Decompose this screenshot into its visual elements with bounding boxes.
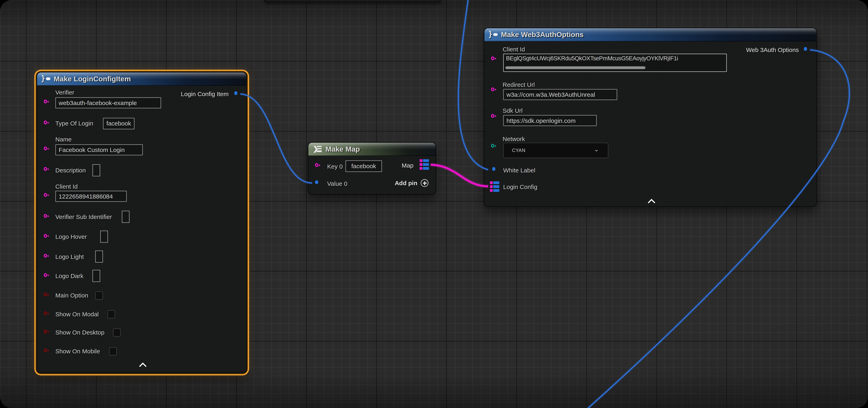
- node-title: Make Map: [326, 145, 360, 153]
- logo-dark-field[interactable]: [92, 270, 100, 282]
- pin-label-client-id: Client Id: [503, 46, 525, 53]
- pin-main-option[interactable]: [44, 293, 47, 296]
- verifier-field[interactable]: web3auth-facebook-example: [55, 97, 161, 108]
- description-field[interactable]: [92, 164, 100, 176]
- circle-plus-icon: [421, 179, 428, 187]
- pin-login-config[interactable]: [490, 181, 500, 192]
- client-id-field[interactable]: BEglQSgt4cUWcj6SKRdu5QkOXTsePmMcusG5EAoy…: [503, 54, 727, 72]
- pin-client-id[interactable]: [44, 193, 47, 197]
- pin-label-show-on-desktop: Show On Desktop: [55, 329, 104, 336]
- node-make-map[interactable]: ❯ Make Map Key 0 facebook Map Value 0 Ad…: [308, 142, 436, 195]
- client-id-scrollbar-thumb[interactable]: [505, 66, 645, 69]
- pin-label-redirect-url: Redirect Url: [503, 81, 535, 88]
- pin-type-of-login[interactable]: [44, 121, 47, 125]
- pin-label-show-on-modal: Show On Modal: [55, 311, 99, 317]
- show-on-mobile-checkbox[interactable]: [109, 347, 117, 355]
- pin-label-sdk-url: Sdk Url: [503, 107, 523, 114]
- pin-sdk-url[interactable]: [491, 114, 494, 118]
- network-dropdown-value: CYAN: [512, 147, 525, 153]
- pin-label-logo-light: Logo Light: [55, 253, 84, 260]
- pin-logo-light[interactable]: [44, 254, 47, 258]
- pin-login-config-item-out[interactable]: [234, 91, 238, 95]
- collapse-node-button[interactable]: [138, 362, 147, 367]
- pin-label-verifier: Verifier: [55, 89, 74, 96]
- node-header-make-map[interactable]: ❯ Make Map: [308, 143, 436, 156]
- logo-light-field[interactable]: [95, 250, 103, 263]
- client-id-field[interactable]: 1222658941886084: [55, 191, 127, 202]
- pin-label-key0: Key 0: [327, 163, 343, 170]
- show-on-desktop-checkbox[interactable]: [113, 329, 121, 337]
- pin-label-white-label: White Label: [503, 167, 535, 174]
- verifier-sub-identifier-field[interactable]: [122, 211, 129, 223]
- pin-description[interactable]: [44, 167, 47, 171]
- main-option-checkbox[interactable]: [95, 292, 103, 300]
- pin-redirect-url[interactable]: [491, 88, 494, 91]
- client-id-text: BEglQSgt4cUWcj6SKRdu5QkOXTsePmMcusG5EAoy…: [506, 55, 725, 61]
- offscreen-node-edge[interactable]: [264, 0, 441, 2]
- node-title: Make LoginConfigItem: [54, 75, 131, 83]
- network-dropdown[interactable]: CYAN ⌄: [503, 143, 608, 158]
- type-of-login-field[interactable]: facebook: [103, 118, 134, 129]
- chevron-down-icon: ⌄: [594, 146, 599, 153]
- pin-show-on-desktop[interactable]: [44, 330, 47, 333]
- pin-label-network: Network: [503, 135, 525, 142]
- key0-field[interactable]: facebook: [345, 160, 382, 172]
- name-field[interactable]: Facebook Custom Login: [55, 144, 143, 156]
- output-label: Web 3Auth Options: [746, 46, 799, 53]
- pin-network[interactable]: [491, 144, 494, 147]
- make-map-icon: ❯: [313, 145, 322, 153]
- node-header-make-web3authoptions[interactable]: } Make Web3AuthOptions: [485, 28, 816, 41]
- node-make-loginconfigitem[interactable]: } Make LoginConfigItem Login Config Item…: [36, 72, 247, 373]
- collapse-node-button[interactable]: [647, 199, 656, 204]
- pin-logo-dark[interactable]: [44, 273, 47, 277]
- pin-label-verifier-sub-identifier: Verifier Sub Identifier: [55, 213, 112, 220]
- pin-value0[interactable]: [315, 180, 318, 184]
- add-pin-label: Add pin: [395, 180, 417, 186]
- pin-label-name: Name: [55, 136, 71, 143]
- pin-label-description: Description: [55, 167, 86, 174]
- add-pin-button[interactable]: Add pin: [395, 179, 428, 187]
- make-struct-icon: }: [489, 31, 498, 38]
- pin-label-main-option: Main Option: [55, 292, 88, 299]
- pin-verifier-sub-identifier[interactable]: [44, 214, 47, 218]
- node-make-web3authoptions[interactable]: } Make Web3AuthOptions Web 3Auth Options…: [484, 28, 817, 207]
- pin-label-map-out: Map: [402, 162, 413, 169]
- pin-map-out[interactable]: [420, 159, 430, 170]
- blueprint-canvas[interactable]: } Make LoginConfigItem Login Config Item…: [0, 0, 868, 408]
- pin-verifier[interactable]: [44, 100, 47, 103]
- logo-hover-field[interactable]: [100, 231, 108, 243]
- pin-label-client-id: Client Id: [55, 183, 78, 190]
- node-header-make-loginconfigitem[interactable]: } Make LoginConfigItem: [37, 72, 246, 86]
- pin-label-type-of-login: Type Of Login: [55, 120, 93, 127]
- pin-label-logo-hover: Logo Hover: [55, 233, 87, 240]
- make-struct-icon: }: [41, 75, 51, 82]
- pin-key0[interactable]: [315, 163, 318, 167]
- pin-client-id[interactable]: [491, 57, 494, 60]
- pin-label-login-config: Login Config: [503, 183, 537, 190]
- pin-name[interactable]: [44, 146, 47, 150]
- pin-web3auth-options-out[interactable]: [804, 47, 807, 51]
- show-on-modal-checkbox[interactable]: [107, 310, 115, 318]
- redirect-url-field[interactable]: w3a://com.w3a.Web3AuthUnreal: [503, 89, 617, 100]
- pin-label-show-on-mobile: Show On Mobile: [55, 348, 100, 354]
- pin-logo-hover[interactable]: [44, 234, 47, 238]
- pin-show-on-modal[interactable]: [44, 311, 47, 315]
- node-title: Make Web3AuthOptions: [501, 30, 584, 39]
- sdk-url-field[interactable]: https://sdk.openlogin.com: [503, 115, 597, 126]
- pin-show-on-mobile[interactable]: [44, 348, 47, 352]
- pin-label-value0: Value 0: [327, 180, 347, 187]
- output-label: Login Config Item: [181, 91, 229, 97]
- pin-white-label[interactable]: [492, 167, 495, 171]
- pin-label-logo-dark: Logo Dark: [55, 273, 84, 279]
